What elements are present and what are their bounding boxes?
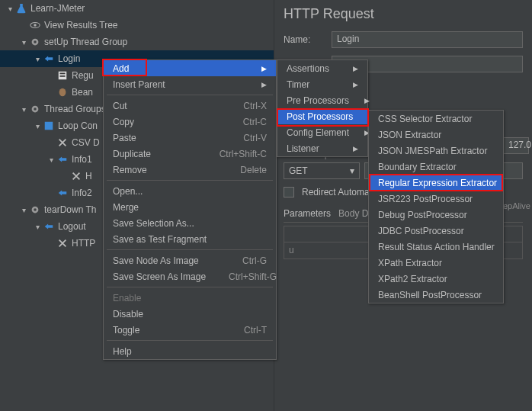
page-title: HTTP Request [284, 6, 523, 22]
chevron-right-icon: ▶ [353, 145, 358, 153]
menu-paste[interactable]: PasteCtrl-V [104, 130, 276, 146]
menu-boundary-extractor[interactable]: Boundary Extractor [369, 159, 503, 175]
menu-timer[interactable]: Timer▶ [277, 76, 367, 92]
menu-xpath2[interactable]: XPath2 Extractor [369, 271, 503, 287]
menu-debug-postproc[interactable]: Debug PostProcessor [369, 207, 503, 223]
svg-rect-10 [45, 122, 53, 130]
tree-setup-group[interactable]: ▾ setUp Thread Group [0, 34, 274, 50]
node-label: View Results Tree [44, 20, 118, 31]
name-input[interactable]: Login [332, 31, 523, 48]
tab-parameters[interactable]: Parameters [284, 208, 331, 219]
menu-css-extractor[interactable]: CSS Selector Extractor [369, 111, 503, 127]
node-label: Regu [72, 70, 94, 81]
chevron-right-icon: ▶ [364, 97, 370, 104]
menu-add[interactable]: Add▶ [104, 60, 276, 76]
node-label: Logout [58, 221, 86, 232]
menu-disable[interactable]: Disable [104, 306, 276, 322]
menu-jsr223[interactable]: JSR223 PostProcessor [369, 191, 503, 207]
tree-view-results[interactable]: View Results Tree [0, 17, 274, 34]
chevron-right-icon: ▶ [353, 81, 358, 88]
regex-icon [56, 69, 69, 82]
node-label: tearDown Th [44, 204, 96, 215]
menu-xpath[interactable]: XPath Extractor [369, 255, 503, 271]
node-label: Info2 [72, 188, 92, 198]
request-icon [43, 53, 55, 65]
menu-save-fragment[interactable]: Save as Test Fragment [104, 231, 276, 247]
node-label: Learn-JMeter [30, 3, 85, 14]
menu-json-extractor[interactable]: JSON Extractor [369, 127, 503, 143]
menu-open[interactable]: Open... [104, 183, 276, 199]
redirect-label: Redirect Automati [302, 187, 374, 197]
bean-icon [56, 86, 69, 98]
node-label: Info1 [72, 154, 92, 165]
flask-icon [15, 2, 27, 14]
svg-rect-5 [60, 73, 66, 75]
svg-point-9 [34, 108, 37, 111]
menu-jmespath-extractor[interactable]: JSON JMESPath Extractor [369, 143, 503, 159]
menu-toggle[interactable]: ToggleCtrl-T [104, 322, 276, 338]
server-port-input[interactable]: 127.0 [503, 137, 529, 154]
menu-regex-extractor[interactable]: Regular Expression Extractor [369, 175, 503, 191]
chevron-right-icon: ▶ [261, 81, 267, 88]
menu-save-screen-img[interactable]: Save Screen As ImageCtrl+Shift-G [104, 268, 276, 284]
menu-copy[interactable]: CopyCtrl-C [104, 114, 276, 130]
menu-cut[interactable]: CutCtrl-X [104, 98, 276, 114]
menu-save-node-img[interactable]: Save Node As ImageCtrl-G [104, 252, 276, 268]
context-menu-postproc: CSS Selector Extractor JSON Extractor JS… [368, 110, 504, 303]
csv-icon [56, 136, 69, 149]
svg-point-1 [34, 24, 37, 27]
loop-icon [43, 120, 55, 132]
context-menu-main: Add▶ Insert Parent▶ CutCtrl-X CopyCtrl-C… [103, 59, 277, 360]
name-label: Name: [284, 34, 325, 45]
menu-beanshell[interactable]: BeanShell PostProcessor [369, 287, 503, 303]
menu-postprocessors[interactable]: Post Processors▶ [277, 108, 367, 124]
redirect-checkbox[interactable] [284, 187, 294, 197]
node-label: HTTP [72, 238, 95, 249]
gear-icon [29, 204, 41, 216]
menu-preprocessors[interactable]: Pre Processors▶ [277, 92, 367, 108]
node-label: H [85, 171, 92, 181]
chevron-right-icon: ▶ [261, 65, 267, 72]
menu-save-selection[interactable]: Save Selection As... [104, 215, 276, 231]
menu-result-status[interactable]: Result Status Action Handler [369, 239, 503, 255]
menu-listener[interactable]: Listener▶ [277, 140, 367, 156]
menu-config[interactable]: Config Element▶ [277, 124, 367, 140]
node-label: Login [58, 53, 80, 64]
context-menu-add: Assertions▶ Timer▶ Pre Processors▶ Post … [277, 59, 368, 157]
menu-insert-parent[interactable]: Insert Parent▶ [104, 76, 276, 92]
tree-root[interactable]: ▾ Learn-JMeter [0, 0, 274, 17]
menu-help[interactable]: Help [104, 343, 276, 359]
chevron-right-icon: ▶ [353, 65, 358, 72]
method-value: GET [289, 165, 308, 176]
gear-icon [29, 36, 41, 48]
eye-icon [29, 19, 41, 31]
menu-enable: Enable [104, 290, 276, 306]
menu-jdbc-postproc[interactable]: JDBC PostProcessor [369, 223, 503, 239]
request-icon [56, 187, 69, 199]
menu-assertions[interactable]: Assertions▶ [277, 60, 367, 76]
request-icon [43, 220, 55, 233]
svg-rect-6 [60, 75, 66, 77]
request-icon [56, 153, 69, 165]
hdr-icon [70, 170, 82, 182]
node-label: Bean [72, 87, 93, 98]
svg-point-12 [34, 208, 37, 211]
menu-remove[interactable]: RemoveDelete [104, 162, 276, 178]
method-select[interactable]: GET ▾ [284, 162, 360, 179]
menu-duplicate[interactable]: DuplicateCtrl+Shift-C [104, 146, 276, 162]
hdr-icon [56, 237, 69, 249]
node-label: setUp Thread Group [44, 37, 127, 47]
svg-point-3 [34, 40, 37, 43]
node-label: Thread Groups [44, 104, 106, 114]
node-label: Loop Con [58, 120, 98, 131]
node-label: CSV D [72, 137, 100, 148]
chevron-down-icon: ▾ [350, 165, 354, 176]
gear-icon [29, 103, 41, 115]
menu-merge[interactable]: Merge [104, 199, 276, 215]
svg-point-7 [59, 88, 66, 97]
